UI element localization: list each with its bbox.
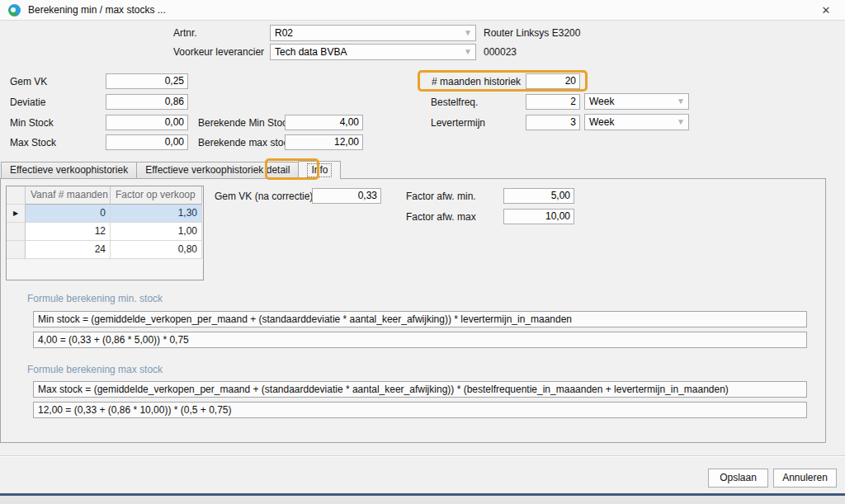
chevron-down-icon: ▼ xyxy=(677,115,685,130)
gem-vk-label: Gem VK xyxy=(10,74,47,90)
deviatie-label: Deviatie xyxy=(10,95,45,111)
cancel-button[interactable]: Annuleren xyxy=(773,469,837,488)
bestelfreq-field[interactable]: 2 xyxy=(526,94,580,110)
factor-afw-min-field[interactable]: 5,00 xyxy=(503,188,574,204)
grid-indicator-header xyxy=(7,186,26,205)
levertermijn-unit-value: Week xyxy=(589,116,614,128)
dialog-window: Berekening min / max stocks ... ✕ Artnr.… xyxy=(0,0,845,496)
app-logo-icon xyxy=(8,4,21,16)
window-title: Berekening min / max stocks ... xyxy=(28,0,166,21)
deviatie-field[interactable]: 0,86 xyxy=(106,94,188,110)
tab-effectieve-verkoophistoriek[interactable]: Effectieve verkoophistoriek xyxy=(1,162,137,179)
gem-vk-field[interactable]: 0,25 xyxy=(106,73,188,89)
factor-grid: Vanaf # maanden Factor op verkoop ▶ 0 1,… xyxy=(6,186,204,280)
grid-header-row: Vanaf # maanden Factor op verkoop xyxy=(7,186,203,205)
chevron-down-icon: ▼ xyxy=(677,94,685,109)
grid-cell-vanaf[interactable]: 0 xyxy=(26,205,111,223)
bestelfreq-unit-value: Week xyxy=(589,96,614,107)
berekende-min-field: 4,00 xyxy=(285,115,363,130)
berekende-max-field: 12,00 xyxy=(285,134,363,150)
factor-afw-min-label: Factor afw. min. xyxy=(406,189,476,205)
maanden-historiek-label: # maanden historiek xyxy=(432,74,521,90)
chevron-down-icon: ▼ xyxy=(464,26,472,40)
grid-cell-factor[interactable]: 1,30 xyxy=(111,205,202,223)
grid-column-header-factor[interactable]: Factor op verkoop xyxy=(111,186,202,205)
leverancier-code: 000023 xyxy=(484,45,517,60)
min-stock-label: Min Stock xyxy=(10,115,54,131)
max-stock-label: Max Stock xyxy=(10,135,56,151)
berekende-min-label: Berekende Min Stock xyxy=(198,115,292,131)
title-bar: Berekening min / max stocks ... ✕ xyxy=(0,0,845,21)
leverancier-label: Voorkeur leverancier xyxy=(173,45,264,60)
tab-info[interactable]: Info xyxy=(298,161,341,179)
grid-cell-vanaf[interactable]: 24 xyxy=(26,241,111,259)
grid-row-2[interactable]: 24 0,80 xyxy=(7,241,203,259)
grid-row-indicator xyxy=(7,241,26,259)
min-formula-box: Min stock = (gemiddelde_verkopen_per_maa… xyxy=(33,311,807,327)
maanden-historiek-field[interactable]: 20 xyxy=(526,73,580,89)
gem-vk-corr-field: 0,33 xyxy=(312,188,381,204)
leverancier-value: Tech data BVBA xyxy=(275,46,347,58)
leverancier-combobox[interactable]: Tech data BVBA ▼ xyxy=(270,44,476,60)
grid-column-header-vanaf[interactable]: Vanaf # maanden xyxy=(26,186,111,205)
close-icon[interactable]: ✕ xyxy=(817,0,835,21)
artnr-description: Router Linksys E3200 xyxy=(484,26,580,41)
tab-info-label: Info xyxy=(307,163,332,177)
max-formula-box: Max stock = (gemiddelde_verkopen_per_maa… xyxy=(33,381,807,398)
levertermijn-unit-combobox[interactable]: Week ▼ xyxy=(584,114,689,130)
factor-afw-max-label: Factor afw. max xyxy=(406,210,476,225)
grid-row-indicator xyxy=(7,223,26,241)
levertermijn-label: Levertermijn xyxy=(431,115,485,131)
row-selector-icon: ▶ xyxy=(7,205,26,223)
min-stock-field[interactable]: 0,00 xyxy=(106,115,188,130)
levertermijn-field[interactable]: 3 xyxy=(526,115,580,130)
grid-cell-factor[interactable]: 1,00 xyxy=(111,223,202,241)
artnr-value: R02 xyxy=(275,27,293,39)
bestelfreq-label: Bestelfreq. xyxy=(431,95,478,111)
grid-row-1[interactable]: 12 1,00 xyxy=(7,223,203,241)
max-formula-section-title: Formule berekening max stock xyxy=(27,364,163,375)
max-stock-field[interactable]: 0,00 xyxy=(106,134,188,150)
min-calculation-box: 4,00 = (0,33 + (0,86 * 5,00)) * 0,75 xyxy=(33,332,807,348)
factor-afw-max-field[interactable]: 10,00 xyxy=(503,209,574,224)
artnr-label: Artnr. xyxy=(173,26,197,41)
grid-cell-vanaf[interactable]: 12 xyxy=(26,223,111,241)
max-calculation-box: 12,00 = (0,33 + (0,86 * 10,00)) * (0,5 +… xyxy=(33,402,807,418)
gem-vk-corr-label: Gem VK (na correctie) xyxy=(215,189,313,205)
min-formula-section-title: Formule berekening min. stock xyxy=(27,293,163,304)
artnr-combobox[interactable]: R02 ▼ xyxy=(270,25,476,41)
tab-effectieve-verkoophistoriek-detail[interactable]: Effectieve verkoophistoriek detail xyxy=(136,162,299,179)
grid-row-0[interactable]: ▶ 0 1,30 xyxy=(7,205,203,223)
save-button[interactable]: Opslaan xyxy=(708,469,768,488)
tab-strip: Effectieve verkoophistoriek Effectieve v… xyxy=(1,161,340,179)
grid-cell-factor[interactable]: 0,80 xyxy=(111,241,202,259)
footer-divider xyxy=(0,455,845,457)
berekende-max-label: Berekende max stock xyxy=(198,135,293,151)
desktop: Berekening min / max stocks ... ✕ Artnr.… xyxy=(0,0,845,504)
bestelfreq-unit-combobox[interactable]: Week ▼ xyxy=(584,93,689,110)
chevron-down-icon: ▼ xyxy=(464,45,472,59)
